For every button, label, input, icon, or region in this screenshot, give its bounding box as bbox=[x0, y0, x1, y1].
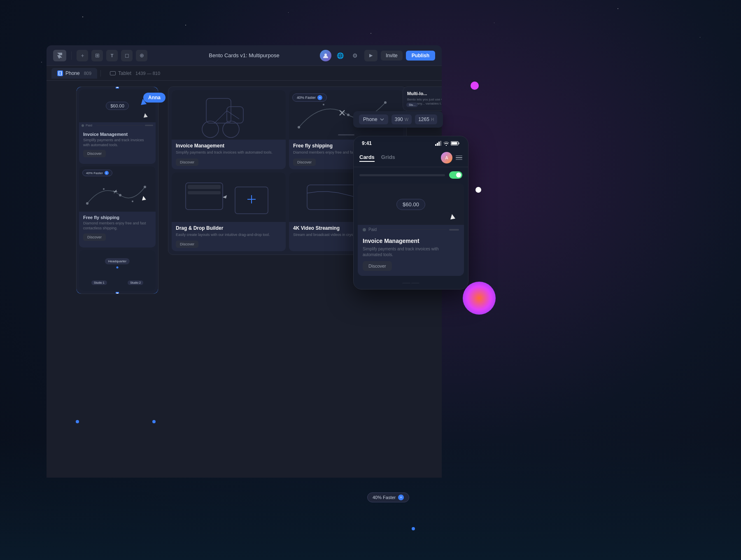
device-tabs: Phone 809 Tablet 1439 — 810 bbox=[47, 66, 442, 81]
add-btn[interactable]: ＋ bbox=[77, 50, 88, 61]
phone-tab[interactable]: Phone 809 bbox=[51, 68, 97, 79]
map-card-image: Headquarter Studio 1 Studio 2 bbox=[79, 250, 156, 291]
tablet-invoice-img bbox=[172, 90, 286, 140]
invoice-card-content: Invoice Management Simplify payments and… bbox=[79, 128, 156, 164]
invoice-card-desc: Simplify payments and track invoices wit… bbox=[83, 138, 151, 147]
star bbox=[185, 25, 186, 26]
svg-rect-20 bbox=[188, 185, 221, 189]
invite-button[interactable]: Invite bbox=[381, 51, 403, 61]
mobile-invoice-card: $60.00 Paid Invoice Management Simplify … bbox=[358, 184, 464, 276]
paid-row: Paid bbox=[79, 122, 156, 128]
mobile-faster-badge-bottom: 40% Faster + bbox=[367, 492, 409, 502]
tablet-dimensions: 1439 — 810 bbox=[135, 71, 160, 76]
svg-rect-33 bbox=[440, 141, 441, 146]
width-label: W bbox=[405, 117, 408, 122]
shape-btn[interactable]: ◻ bbox=[121, 50, 133, 61]
tablet-shipping-cta[interactable]: Discover bbox=[293, 159, 316, 166]
svg-rect-7 bbox=[206, 98, 231, 123]
svg-point-34 bbox=[446, 145, 447, 145]
cards-tab[interactable]: Cards bbox=[359, 154, 375, 162]
height-input[interactable]: 1265 H bbox=[415, 114, 437, 124]
star bbox=[370, 33, 371, 34]
svg-rect-37 bbox=[452, 142, 457, 145]
svg-point-9 bbox=[202, 121, 219, 138]
svg-point-2 bbox=[86, 202, 89, 205]
path-decoration bbox=[79, 175, 153, 212]
svg-point-5 bbox=[132, 201, 133, 202]
mobile-invoice-desc: Simplify payments and track invoices wit… bbox=[363, 246, 459, 258]
svg-rect-1 bbox=[59, 71, 61, 75]
map-card-phone: Headquarter Studio 1 Studio 2 bbox=[79, 250, 156, 291]
settings-btn[interactable]: ⚙ bbox=[350, 50, 361, 61]
handle-tm bbox=[116, 86, 119, 89]
small-dot-bottom bbox=[412, 527, 415, 530]
mobile-paid-row: Paid bbox=[358, 225, 464, 234]
tablet-invoice-card: Invoice Management Simplify payments and… bbox=[172, 90, 286, 169]
publish-button[interactable]: Publish bbox=[406, 51, 435, 61]
tablet-drag-content: Drag & Drop Builder Easily create layout… bbox=[172, 222, 286, 252]
height-value: 1265 bbox=[418, 117, 429, 122]
svg-rect-31 bbox=[437, 143, 438, 146]
svg-rect-36 bbox=[459, 142, 460, 144]
handle-bm bbox=[116, 292, 119, 294]
paid-bar bbox=[449, 229, 459, 231]
orb-pink bbox=[471, 82, 479, 90]
studio1-badge: Studio 1 bbox=[91, 280, 107, 285]
battery-icon bbox=[451, 141, 460, 146]
svg-marker-22 bbox=[223, 195, 227, 198]
text-btn[interactable]: T bbox=[106, 50, 118, 61]
shipping-card-image: 40% Faster + bbox=[79, 166, 156, 212]
drag-decoration bbox=[173, 173, 284, 222]
component-btn[interactable]: ⊕ bbox=[136, 50, 147, 61]
device-type-select[interactable]: Phone bbox=[359, 114, 388, 124]
mobile-cursor bbox=[450, 214, 455, 219]
wifi-icon bbox=[443, 141, 449, 146]
globe-btn[interactable]: 🌐 bbox=[335, 50, 346, 61]
multi-local-title: Multi-lo... bbox=[407, 91, 442, 96]
toggle-knob bbox=[456, 173, 461, 177]
tablet-invoice-desc: Simplify payments and track invoices wit… bbox=[176, 150, 282, 155]
invoice-decoration bbox=[173, 90, 284, 140]
framer-logo-btn[interactable] bbox=[53, 50, 66, 61]
toggle-switch[interactable] bbox=[449, 171, 462, 179]
svg-rect-30 bbox=[435, 144, 436, 146]
tablet-drag-card: Drag & Drop Builder Easily create layout… bbox=[172, 173, 286, 252]
map-dot bbox=[117, 266, 119, 268]
mobile-discover-btn[interactable]: Discover bbox=[363, 261, 392, 271]
mobile-invoice-img: $60.00 bbox=[358, 184, 464, 225]
mobile-status-bar: 9:41 bbox=[354, 136, 468, 149]
shipping-discover-btn[interactable]: Discover bbox=[83, 233, 106, 241]
device-properties-panel: Phone 390 W 1265 H bbox=[353, 111, 443, 128]
tablet-tab[interactable]: Tablet 1439 — 810 bbox=[104, 68, 166, 79]
width-input[interactable]: 390 W bbox=[391, 114, 412, 124]
svg-point-3 bbox=[103, 188, 105, 190]
star bbox=[494, 23, 494, 23]
mobile-price: $60.00 bbox=[396, 199, 425, 210]
svg-point-6 bbox=[144, 186, 146, 188]
phone-tab-icon bbox=[57, 70, 63, 76]
progress-bar bbox=[359, 174, 445, 176]
shipping-card-desc: Diamond members enjoy free and fast cont… bbox=[83, 221, 151, 231]
status-icons bbox=[435, 141, 460, 146]
tablet-drag-title: Drag & Drop Builder bbox=[176, 225, 282, 231]
canvas-handle-bm bbox=[152, 420, 156, 423]
tablet-invoice-cta[interactable]: Discover bbox=[176, 159, 198, 166]
app-title: Bento Cards v1: Multipurpose bbox=[209, 52, 279, 58]
user-avatar-btn[interactable] bbox=[320, 50, 331, 61]
star bbox=[618, 8, 618, 9]
price-badge: $60.00 bbox=[106, 102, 129, 110]
mobile-time: 9:41 bbox=[362, 140, 372, 146]
invoice-discover-btn[interactable]: Discover bbox=[83, 150, 106, 157]
signal-icon bbox=[435, 141, 442, 146]
grids-tab[interactable]: Grids bbox=[381, 154, 395, 162]
chevron-down-icon bbox=[380, 118, 384, 121]
plus-icon-tablet: + bbox=[317, 95, 322, 100]
svg-point-12 bbox=[323, 104, 324, 105]
handle-tr bbox=[156, 86, 158, 89]
hamburger-icon[interactable] bbox=[456, 156, 462, 160]
play-btn[interactable]: ▶ bbox=[364, 50, 377, 61]
tablet-drag-cta[interactable]: Discover bbox=[176, 240, 198, 248]
frame-btn[interactable]: ⊞ bbox=[91, 50, 103, 61]
mobile-toggle-row bbox=[354, 167, 468, 181]
paid-label: Paid bbox=[86, 124, 92, 127]
